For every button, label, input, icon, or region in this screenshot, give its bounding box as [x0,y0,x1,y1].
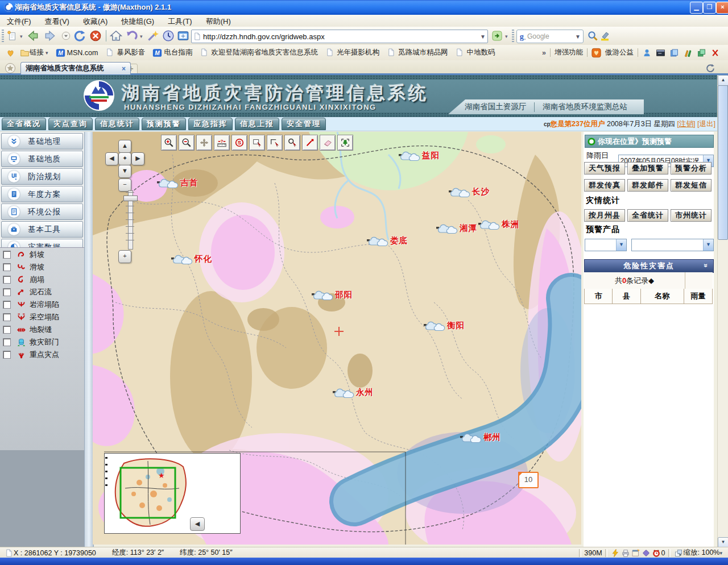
eraser-icon[interactable] [320,135,336,151]
layer-checkbox[interactable] [3,338,11,346]
collapse-chevron-icon[interactable]: » [700,264,713,269]
button-预警分析[interactable]: 预警分析 [671,162,712,175]
sidebar-section-5[interactable]: 基本工具 [1,221,83,238]
enhance-menu[interactable]: 增强功能 [555,48,583,57]
layer-checkbox[interactable] [3,313,11,321]
button-全省统计[interactable]: 全省统计 [627,209,668,222]
nav-tab-0[interactable]: 全省概况 [2,118,46,130]
sidebar-section-3[interactable]: 年度方案 [1,186,83,202]
undo-caret[interactable]: ▾ [140,34,143,39]
active-tab[interactable]: 湖南省地质灾害信息系统 × [20,62,131,74]
full-extent-icon[interactable] [337,135,353,151]
history-dropdown-icon[interactable] [59,29,73,43]
nav-tab-2[interactable]: 信息统计 [95,118,139,130]
new-page-caret[interactable]: ▾ [20,34,23,39]
links-bar-item-0[interactable]: MMSN.com [56,48,98,57]
links-bar-item-3[interactable]: 欢迎登陆湖南省地质灾害信息系统 [200,48,318,57]
button-天气预报[interactable]: 天气预报 [584,162,625,175]
magic-wand-icon[interactable] [146,29,159,43]
zoom-caret[interactable]: ▾ [719,550,722,556]
map-viewport[interactable]: ?S ▲ ◀ ✦ ▶ ▼ − + 吉首益阳长沙娄底湘潭株洲怀化邵阳衡阳永州郴州 … [93,132,581,545]
button-群发传真[interactable]: 群发传真 [584,179,625,192]
plugin-icon[interactable] [641,549,651,558]
select-circle-icon[interactable]: S [231,135,247,151]
links-bar-item-4[interactable]: 光年摄影机构 [325,48,379,57]
pan-up-button[interactable]: ▲ [118,140,131,153]
link-geo-monitor[interactable]: 湖南省地质环境监测总站 [543,102,627,112]
link-land-resources[interactable]: 湖南省国土资源厅 [465,102,526,112]
new-page-icon[interactable] [5,29,19,43]
popup-blocker-icon[interactable] [651,549,661,558]
links-folder[interactable]: 链接▾ [30,48,48,57]
new-window-icon[interactable] [631,549,641,558]
product-type-select[interactable]: ▼ [585,239,627,251]
nav-tab-6[interactable]: 安全管理 [282,118,326,130]
nav-tab-4[interactable]: 应急指挥 [188,118,233,130]
favorites-heart-icon[interactable] [6,48,15,57]
overview-minimap[interactable]: ★ ◀ [104,453,241,534]
zoom-out-button[interactable]: − [118,178,131,192]
layer-checkbox[interactable] [3,351,11,359]
maximize-button[interactable]: ❒ [703,2,716,14]
logout-link[interactable]: [注销] [677,120,696,128]
pens-icon[interactable] [683,48,693,57]
links-bar-item-2[interactable]: M电台指南 [152,48,192,57]
zoom-out-icon[interactable] [179,135,195,151]
minimap-collapse-button[interactable]: ◀ [190,517,205,531]
refresh-icon[interactable] [73,29,86,43]
search-box[interactable]: g Google ▼ [516,30,584,43]
address-dropdown-icon[interactable]: ▼ [478,34,487,40]
nav-tab-3[interactable]: 预测预警 [142,118,186,130]
layer-checkbox[interactable] [3,326,11,334]
layer-checkbox[interactable] [3,288,11,296]
layer-checkbox[interactable] [3,276,11,284]
links-bar-item-6[interactable]: 中地数码 [455,48,495,57]
button-市州统计[interactable]: 市州统计 [671,209,712,222]
zoom-level[interactable]: 缩放: 100% [684,548,720,558]
zoom-in-icon[interactable] [161,135,177,151]
toolbar-grip[interactable] [2,30,4,42]
button-叠加预警[interactable]: 叠加预警 [627,162,668,175]
highlighter-icon[interactable] [598,29,612,43]
messenger-icon[interactable] [642,48,652,57]
sessions-icon[interactable] [176,29,190,43]
layer-checkbox[interactable] [3,251,11,259]
maxthon-charity-icon[interactable] [592,48,601,57]
undo-icon[interactable] [125,29,139,43]
favorites-star-icon[interactable] [5,63,16,74]
pan-left-button[interactable]: ◀ [105,152,118,165]
stop-icon[interactable] [89,29,102,43]
notes-icon[interactable] [669,48,679,57]
links-overflow-chevron[interactable]: » [542,49,546,57]
measure-icon[interactable]: ? [214,135,230,151]
product-item-select[interactable]: ▼ [631,239,714,251]
resize-page-icon[interactable] [673,549,684,558]
button-群发短信[interactable]: 群发短信 [671,179,712,192]
clock-icon[interactable] [162,29,175,43]
nav-tab-5[interactable]: 信息上报 [235,118,279,130]
cube-icon[interactable] [697,48,706,57]
button-按月州县[interactable]: 按月州县 [584,209,625,222]
polygon-select-icon[interactable] [267,135,283,151]
sidebar-section-2[interactable]: 防治规划 [1,168,83,185]
scroll-up-icon[interactable]: ▲ [718,75,728,86]
sidebar-section-0[interactable]: 基础地理 [1,133,83,149]
go-caret[interactable]: ▾ [505,34,508,39]
zoom-slider-handle[interactable] [123,196,138,201]
button-群发邮件[interactable]: 群发邮件 [627,179,668,192]
sidebar-section-1[interactable]: 基础地质 [1,151,83,167]
tab-close-icon[interactable]: × [122,65,126,73]
pan-right-button[interactable]: ▶ [131,152,144,165]
minimize-button[interactable]: ▁ [690,2,703,14]
printer-icon[interactable] [621,549,631,558]
scroll-thumb[interactable] [718,85,728,240]
boost-icon[interactable] [610,549,621,558]
sidebar-section-4[interactable]: 环境公报 [1,203,83,220]
search-icon[interactable] [586,29,599,43]
links-bar-item-1[interactable]: 暴风影音 [105,48,145,57]
go-icon[interactable] [490,29,504,43]
nav-tab-1[interactable]: 灾点查询 [48,118,93,130]
page-scrollbar[interactable]: ▲ ▼ [717,75,727,547]
exit-link[interactable]: [退出] [697,120,715,128]
pan-icon[interactable] [196,135,212,151]
